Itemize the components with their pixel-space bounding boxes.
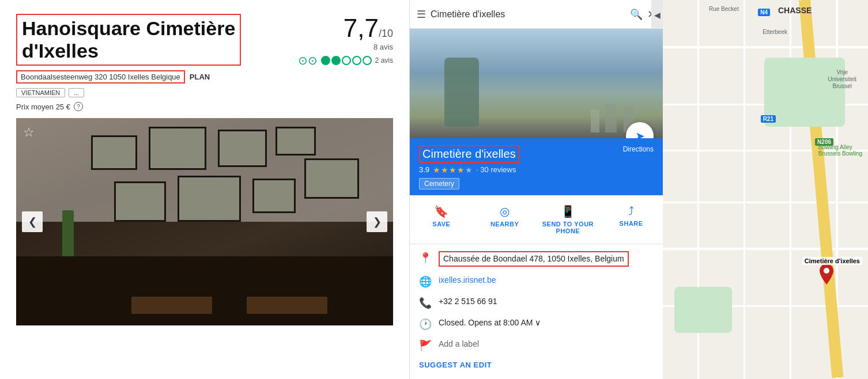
table-1 [131, 297, 212, 314]
share-icon: ⤴ [628, 204, 634, 218]
save-button[interactable]: 🔖 SAVE [410, 202, 473, 237]
map-green-area-1 [764, 58, 845, 127]
place-reviews-link[interactable]: · 30 reviews [476, 165, 516, 174]
place-name: Cimetière d'ixelles [419, 145, 519, 163]
ta-reviews-count: 2 avis [375, 56, 393, 65]
plan-link[interactable]: PLAN [190, 73, 210, 81]
grave-2 [591, 109, 599, 132]
svg-point-0 [824, 268, 829, 274]
map-panel: Rue Becket CHASSE Etterbeek VrijeUnivers… [663, 0, 868, 379]
map-badge-n4: N4 [758, 9, 770, 16]
photo-gallery: ☆ ❮ ❯ [16, 118, 393, 325]
map-badge-r21: R21 [761, 115, 776, 123]
hours-value: Closed. Opens at 8:00 AM ∨ [439, 317, 541, 329]
tag-more[interactable]: ... [69, 88, 84, 97]
wall-frames [16, 118, 393, 325]
collapse-button[interactable]: ◀ [651, 0, 663, 30]
label-info-row: 🚩 Add a label [419, 339, 654, 352]
search-icon[interactable]: 🔍 [630, 8, 643, 21]
globe-icon: 🌐 [419, 275, 432, 288]
ta-circle-4 [352, 56, 361, 65]
address-row: Boondaalsesteenweg 320 1050 Ixelles Belg… [16, 70, 393, 84]
gmaps-search-input[interactable] [431, 9, 625, 20]
frame-7 [252, 179, 296, 213]
nearby-label: NEARBY [490, 221, 519, 228]
gallery-next-button[interactable]: ❯ [367, 211, 387, 232]
place-photo: ➤ [410, 29, 663, 138]
address-info-row: 📍 Chaussée de Boondael 478, 1050 Ixelles… [419, 251, 654, 267]
star-2: ★ [441, 165, 448, 175]
save-icon: 🔖 [434, 204, 448, 218]
nearby-button[interactable]: ◎ NEARBY [473, 202, 537, 237]
place-rating-row: 3.9 ★ ★ ★ ★ ★ · 30 reviews [419, 165, 654, 175]
category-badge[interactable]: Cemetery [419, 178, 459, 190]
prix-text: Prix moyen 25 € [16, 103, 70, 111]
star-4: ★ [457, 165, 465, 175]
tag-vietnamien[interactable]: VIETNAMIEN [16, 88, 65, 97]
frame-3 [218, 130, 267, 167]
statue-silhouette [444, 58, 479, 127]
map-pin-label: Cimetière d'ixelles [802, 257, 862, 265]
grave-1 [605, 104, 617, 132]
address-value: Chaussée de Boondael 478, 1050 Ixelles, … [439, 251, 629, 267]
tripadvisor-logo: ⊙⊙ [298, 54, 318, 67]
suggest-edit-link[interactable]: SUGGEST AN EDIT [419, 360, 492, 370]
gallery-prev-button[interactable]: ❮ [22, 211, 43, 232]
map-background: Rue Becket CHASSE Etterbeek VrijeUnivers… [663, 0, 868, 379]
suggest-edit-row: SUGGEST AN EDIT [419, 360, 654, 370]
ta-circle-1 [321, 56, 330, 65]
frame-8 [304, 158, 359, 199]
save-label: SAVE [432, 221, 450, 228]
map-road-v2 [744, 0, 745, 379]
table-2 [247, 297, 327, 314]
website-value[interactable]: ixelles.irisnet.be [439, 275, 496, 286]
stars: ★ ★ ★ ★ ★ [433, 165, 473, 175]
map-label-etterbeek: Etterbeek [763, 29, 787, 35]
gallery-background [16, 118, 393, 325]
phone-icon: 📱 [561, 204, 575, 218]
share-button[interactable]: ⤴ SHARE [599, 202, 663, 237]
hours-info-row: 🕐 Closed. Opens at 8:00 AM ∨ [419, 317, 654, 331]
map-road-v3 [790, 0, 791, 379]
send-to-phone-button[interactable]: 📱 SEND TO YOUR PHONE [537, 202, 600, 237]
tripadvisor-row: ⊙⊙ 2 avis [298, 54, 393, 67]
restaurant-title-box: Hanoisquare Cimetière d'Ixelles [16, 14, 241, 66]
actions-row: 🔖 SAVE ◎ NEARBY 📱 SEND TO YOUR PHONE ⤴ S… [410, 195, 663, 244]
place-category: Cemetery [419, 175, 654, 190]
ta-circle-3 [342, 56, 351, 65]
favorite-icon[interactable]: ☆ [23, 125, 40, 142]
nearby-icon: ◎ [500, 204, 510, 218]
rating-out-of: /10 [379, 28, 393, 39]
rating-score: 7,7 [344, 14, 379, 42]
map-label-chasse: CHASSE [778, 6, 812, 15]
left-panel: 7,7/10 8 avis ⊙⊙ 2 avis Hanoisquare Cime… [0, 0, 409, 379]
info-icon[interactable]: ? [74, 102, 83, 111]
ta-circle-5 [363, 56, 372, 65]
gmaps-panel: ☰ 🔍 ✕ ◀ ➤ Cimetière d'ixelles 3.9 ★ ★ ★ … [409, 0, 663, 379]
frame-4 [276, 127, 316, 156]
frame-5 [114, 181, 166, 222]
phone-info-row: 📞 +32 2 515 66 91 [419, 296, 654, 309]
star-5-empty: ★ [465, 165, 473, 175]
share-label: SHARE [620, 220, 643, 227]
info-section: 📍 Chaussée de Boondael 478, 1050 Ixelles… [410, 244, 663, 379]
hamburger-icon[interactable]: ☰ [417, 8, 426, 21]
map-label-vrije: VrijeUniversiteitBrussel [828, 69, 856, 90]
prix-row: Prix moyen 25 € ? [16, 102, 393, 111]
tags-row: VIETNAMIEN ... [16, 88, 393, 97]
rating-block: 7,7/10 8 avis ⊙⊙ 2 avis [298, 14, 393, 67]
clock-icon: 🕐 [419, 318, 432, 331]
place-rating-num: 3.9 [419, 165, 429, 174]
map-badge-n206: N206 [815, 138, 833, 146]
star-1: ★ [433, 165, 440, 175]
map-label-rue-becket: Rue Becket [709, 6, 739, 12]
map-green-area-2 [674, 287, 732, 333]
frame-2 [149, 127, 206, 170]
add-label[interactable]: Add a label [439, 339, 479, 350]
place-info-bar: Cimetière d'ixelles 3.9 ★ ★ ★ ★ ★ · 30 r… [410, 138, 663, 195]
reviews-count: 8 avis [298, 43, 393, 51]
gmaps-header: ☰ 🔍 ✕ [410, 0, 663, 29]
send-phone-label: SEND TO YOUR PHONE [539, 221, 598, 234]
map-pin [820, 264, 833, 287]
location-icon: 📍 [419, 252, 432, 264]
